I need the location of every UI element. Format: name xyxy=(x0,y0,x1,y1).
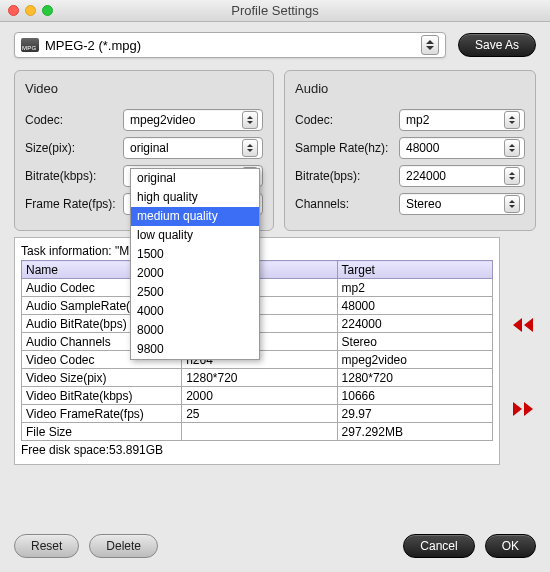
col-target: Target xyxy=(337,261,492,279)
audio-samplerate-label: Sample Rate(hz): xyxy=(295,141,399,155)
mpg-file-icon xyxy=(21,38,39,52)
cell-target: 29.97 xyxy=(337,405,492,423)
next-task-button[interactable] xyxy=(513,402,533,416)
stepper-icon xyxy=(242,111,258,129)
audio-codec-select[interactable]: mp2 xyxy=(399,109,525,131)
video-size-select[interactable]: original xyxy=(123,137,263,159)
cancel-button[interactable]: Cancel xyxy=(403,534,474,558)
bitrate-option[interactable]: high quality xyxy=(131,188,259,207)
rewind-icon xyxy=(513,318,522,332)
video-bitrate-label: Bitrate(kbps): xyxy=(25,169,123,183)
bitrate-option[interactable]: 1500 xyxy=(131,245,259,264)
cell-source: 2000 xyxy=(182,387,337,405)
prev-task-button[interactable] xyxy=(513,318,533,332)
video-size-label: Size(pix): xyxy=(25,141,123,155)
audio-bitrate-select[interactable]: 224000 xyxy=(399,165,525,187)
audio-channels-select[interactable]: Stereo xyxy=(399,193,525,215)
bitrate-option[interactable]: 2000 xyxy=(131,264,259,283)
cell-target: 10666 xyxy=(337,387,492,405)
video-framerate-label: Frame Rate(fps): xyxy=(25,197,123,211)
table-row: Video Size(pix)1280*7201280*720 xyxy=(22,369,493,387)
stepper-icon xyxy=(504,167,520,185)
audio-codec-label: Codec: xyxy=(295,113,399,127)
video-panel-title: Video xyxy=(25,81,263,96)
table-row: Video BitRate(kbps)200010666 xyxy=(22,387,493,405)
table-row: File Size297.292MB xyxy=(22,423,493,441)
stepper-icon xyxy=(242,139,258,157)
cell-target: mpeg2video xyxy=(337,351,492,369)
cell-target: 297.292MB xyxy=(337,423,492,441)
bitrate-option[interactable]: 8000 xyxy=(131,321,259,340)
stepper-icon xyxy=(504,111,520,129)
rewind-icon xyxy=(524,318,533,332)
audio-samplerate-select[interactable]: 48000 xyxy=(399,137,525,159)
video-bitrate-dropdown[interactable]: originalhigh qualitymedium qualitylow qu… xyxy=(130,168,260,360)
audio-channels-label: Channels: xyxy=(295,197,399,211)
cell-target: 48000 xyxy=(337,297,492,315)
cell-target: mp2 xyxy=(337,279,492,297)
bitrate-option[interactable]: medium quality xyxy=(131,207,259,226)
cell-source: 1280*720 xyxy=(182,369,337,387)
free-disk-label: Free disk space:53.891GB xyxy=(21,443,493,457)
bitrate-option[interactable]: 4000 xyxy=(131,302,259,321)
titlebar: Profile Settings xyxy=(0,0,550,22)
profile-format-select[interactable]: MPEG-2 (*.mpg) xyxy=(14,32,446,58)
reset-button[interactable]: Reset xyxy=(14,534,79,558)
cell-name: Video BitRate(kbps) xyxy=(22,387,182,405)
window-title: Profile Settings xyxy=(0,3,550,18)
ok-button[interactable]: OK xyxy=(485,534,536,558)
delete-button[interactable]: Delete xyxy=(89,534,158,558)
cell-target: 224000 xyxy=(337,315,492,333)
cell-name: Video FrameRate(fps) xyxy=(22,405,182,423)
forward-icon xyxy=(513,402,522,416)
cell-source: 25 xyxy=(182,405,337,423)
bitrate-option[interactable]: original xyxy=(131,169,259,188)
cell-target: 1280*720 xyxy=(337,369,492,387)
table-row: Video FrameRate(fps)2529.97 xyxy=(22,405,493,423)
cell-name: File Size xyxy=(22,423,182,441)
cell-source xyxy=(182,423,337,441)
stepper-icon xyxy=(504,195,520,213)
cell-name: Video Size(pix) xyxy=(22,369,182,387)
stepper-icon xyxy=(504,139,520,157)
bitrate-option[interactable]: 2500 xyxy=(131,283,259,302)
stepper-icon xyxy=(421,35,439,55)
audio-panel: Audio Codec: mp2 Sample Rate(hz): 48000 … xyxy=(284,70,536,231)
save-as-button[interactable]: Save As xyxy=(458,33,536,57)
profile-format-value: MPEG-2 (*.mpg) xyxy=(45,38,417,53)
forward-icon xyxy=(524,402,533,416)
cell-target: Stereo xyxy=(337,333,492,351)
audio-bitrate-label: Bitrate(bps): xyxy=(295,169,399,183)
video-panel: Video Codec: mpeg2video Size(pix): origi… xyxy=(14,70,274,231)
audio-panel-title: Audio xyxy=(295,81,525,96)
footer: Reset Delete Cancel OK xyxy=(0,534,550,558)
bitrate-option[interactable]: low quality xyxy=(131,226,259,245)
video-codec-label: Codec: xyxy=(25,113,123,127)
video-codec-select[interactable]: mpeg2video xyxy=(123,109,263,131)
bitrate-option[interactable]: 9800 xyxy=(131,340,259,359)
